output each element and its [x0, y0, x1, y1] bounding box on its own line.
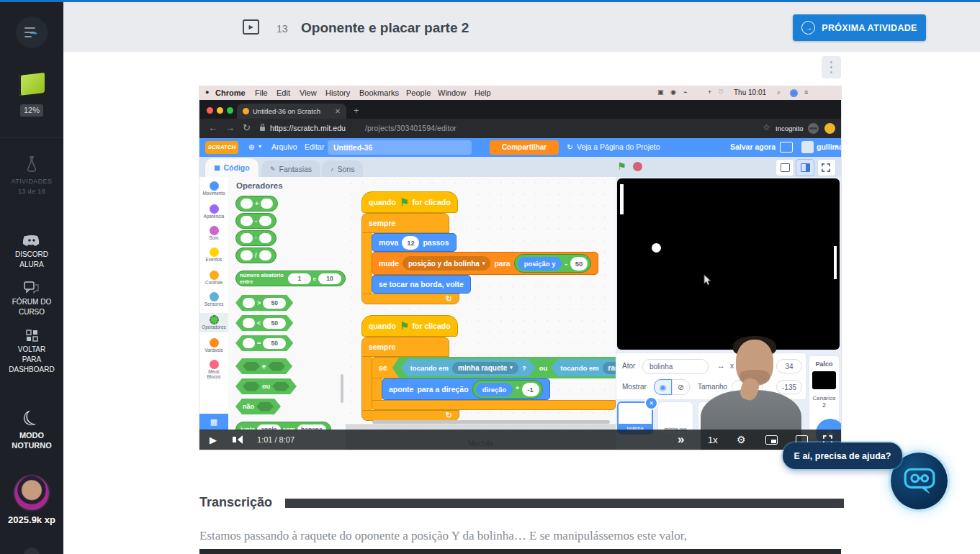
- close-window-button: [207, 107, 213, 114]
- menubar-item: Help: [475, 88, 491, 97]
- delete-sprite-badge: ✕: [646, 398, 657, 409]
- menubar-item: People: [406, 88, 431, 97]
- volume-button[interactable]: [233, 430, 243, 450]
- normal-stage-button: [796, 159, 814, 176]
- block-mude-variavel: mude posição y da bolinha▾ para posição …: [372, 252, 598, 275]
- block-or: ou: [235, 378, 297, 394]
- incognito-label: Incognito: [776, 124, 804, 132]
- block-forever-1: sempre: [361, 213, 449, 233]
- block-multiply: ·: [235, 230, 277, 246]
- arrow-circle-icon: →: [801, 21, 815, 35]
- help-chat-bubble[interactable]: E aí, precisa de ajuda?: [783, 442, 902, 469]
- video-player[interactable]: ● Chrome File Edit View History Bookmark…: [199, 86, 841, 450]
- block-se-tocar-borda: se tocar na borda, volte: [372, 275, 471, 294]
- robot-chat-icon: [903, 466, 936, 497]
- partial-avatar: [24, 548, 40, 554]
- caret-icon: ▾: [835, 143, 838, 150]
- fullscreen-stage-button: [817, 159, 836, 176]
- user-avatar[interactable]: [14, 476, 49, 510]
- sidebar-item-label: DISCORD: [0, 250, 63, 260]
- cenarios-count: 2: [809, 401, 839, 409]
- menu-toggle-button[interactable]: →: [16, 17, 48, 48]
- block-not: não: [235, 399, 281, 414]
- page: → 12% ATIVIDADES 13 de 18 DISCORD ALURA: [0, 0, 980, 554]
- chrome-tabstrip: Untitled-36 on Scratch ✕ +: [199, 100, 841, 119]
- category-variaveis: Variáveis: [199, 338, 228, 353]
- page-title: Oponente e placar parte 2: [301, 20, 469, 36]
- canvas-scrollbar: [372, 420, 610, 424]
- menubar-item: View: [300, 88, 317, 97]
- new-tab-icon: +: [354, 105, 359, 116]
- block-categories: Movimento Aparência Som Eventos Controle…: [199, 177, 229, 430]
- tab-title: Untitled-36 on Scratch: [253, 107, 320, 115]
- forum-icon: [24, 281, 40, 294]
- close-tab-icon: ✕: [335, 104, 341, 119]
- pip-button[interactable]: [765, 430, 778, 450]
- block-when-flag-2: quando ⚑ for clicado: [361, 315, 458, 337]
- left-paddle: [620, 184, 624, 214]
- ator-label: Ator: [622, 362, 635, 370]
- save-now-link: Salvar agora: [730, 142, 776, 151]
- caret-icon: ▾: [259, 143, 261, 150]
- moon-icon: ☾: [19, 404, 45, 433]
- time-display: 1:01 / 8:07: [257, 430, 295, 450]
- category-meus-blocos: Meus Blocos: [199, 360, 228, 379]
- playback-speed-button[interactable]: 1x: [708, 430, 718, 450]
- add-extension-button: ▦: [199, 414, 228, 430]
- category-som: Som: [199, 226, 228, 241]
- block-add: +: [235, 196, 278, 212]
- transcript-heading-bar: [285, 499, 844, 508]
- palco-label: Palco: [809, 360, 839, 368]
- palette-title: Operadores: [236, 181, 283, 190]
- list-icon: ≡: [804, 88, 808, 96]
- course-progress-icon[interactable]: [19, 73, 45, 96]
- loop-icon: ↻: [446, 294, 452, 304]
- menubar-item: File: [255, 88, 268, 97]
- show-sprite-button: ◉: [654, 379, 672, 395]
- browser-tab: Untitled-36 on Scratch ✕: [237, 104, 346, 119]
- green-flag-icon: ⚑: [617, 160, 626, 172]
- block-aponte-direcao: aponte para a direção direção * -1: [382, 378, 550, 400]
- menubar-clock: Thu 10:01: [734, 88, 766, 96]
- sidebar-item-forum[interactable]: FÓRUM DO CURSO: [0, 281, 63, 317]
- minimize-window-button: [217, 107, 223, 114]
- menubar-item: History: [325, 88, 350, 97]
- discord-icon: [23, 234, 40, 247]
- category-sensores: Sensores: [199, 292, 228, 307]
- heart-icon: ♡: [718, 88, 724, 96]
- skip-forward-button[interactable]: »: [678, 430, 684, 450]
- more-options-button[interactable]: [822, 56, 841, 78]
- category-controle: Controle: [199, 271, 228, 286]
- code-canvas: quando ⚑ for clicado sempre mova 12 pass…: [346, 177, 616, 430]
- bookmark-star-icon: ☆: [763, 122, 770, 132]
- chrome-addressbar: ← → ↻ https://scratch.mit.edu /projects/…: [199, 119, 841, 138]
- speaker-icon: ♪: [331, 165, 334, 173]
- tab-sons: ♪ Sons: [322, 160, 363, 177]
- sidebar-item-dashboard[interactable]: VOLTAR PARA DASHBOARD: [0, 330, 63, 375]
- sidebar-item-night-mode[interactable]: ☾ MODO NOTURNO: [0, 407, 63, 450]
- brush-icon: ✎: [270, 165, 276, 173]
- sidebar-item-count: 13 de 18: [0, 186, 63, 196]
- sidebar-item-discord[interactable]: DISCORD ALURA: [0, 234, 63, 270]
- transcript-text: Estamos passando à raquete do oponente a…: [199, 529, 848, 543]
- xp-badge: 2025.9k xp: [0, 514, 63, 525]
- tab-fantasias: ✎ Fantasias: [261, 160, 320, 177]
- stage-thumbnail: [812, 371, 836, 389]
- url-host: https://scratch.mit.edu: [270, 124, 346, 132]
- settings-button[interactable]: ⚙: [737, 430, 746, 450]
- block-forever-2: sempre: [361, 337, 449, 357]
- play-button[interactable]: ▶: [210, 430, 217, 450]
- next-activity-button[interactable]: → PRÓXIMA ATIVIDADE: [793, 14, 926, 41]
- search-icon: ⌕: [777, 88, 781, 96]
- block-subtract: -: [235, 213, 277, 229]
- hide-sprite-button: ⊘: [672, 379, 690, 395]
- category-aparencia: Aparência: [199, 204, 228, 219]
- lesson-header: ▶ 13 Oponente e placar parte 2 → PRÓXIMA…: [63, 2, 980, 52]
- loop-icon: ↻: [567, 142, 573, 151]
- sidebar-item-atividades[interactable]: ATIVIDADES 13 de 18: [0, 156, 63, 196]
- menubar-item: Edit: [277, 88, 290, 97]
- block-equal: =50: [235, 335, 293, 351]
- tab-codigo: ▦ Código: [205, 158, 259, 177]
- folder-icon: [780, 142, 793, 153]
- video-lesson-icon: ▶: [243, 19, 259, 35]
